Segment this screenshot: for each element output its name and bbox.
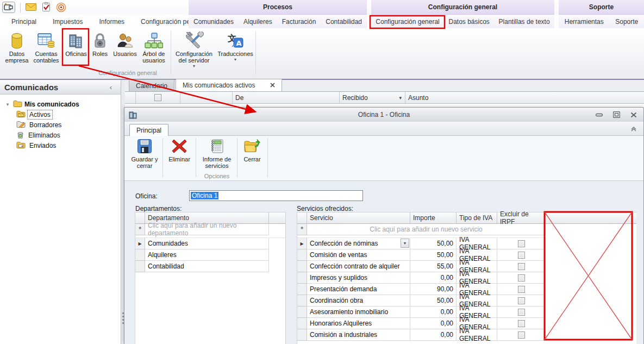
servicio-cell[interactable]: Asesoramiento inmobiliario [307, 307, 410, 318]
column-header-recibido[interactable]: Recibido▾ [340, 92, 405, 103]
excluir-irpf-checkbox[interactable] [518, 286, 525, 293]
excluir-irpf-cell[interactable] [497, 238, 546, 249]
mail-icon[interactable] [26, 3, 36, 12]
servicio-row[interactable]: ▶ Confección de nóminas 50,00 IVA GENERA… [297, 238, 546, 249]
arbol-de-usuarios-button[interactable]: Árbol de usuarios [140, 30, 167, 64]
cuentas-contables-button[interactable]: Cuentas contables [32, 30, 61, 64]
sidebar-item-activos[interactable]: Activos [16, 109, 121, 120]
excluir-irpf-checkbox[interactable] [518, 274, 525, 282]
excluir-irpf-checkbox[interactable] [518, 263, 525, 270]
importe-cell[interactable]: 0,00 [410, 272, 457, 284]
servicio-cell[interactable]: Comisión de ventas [307, 249, 410, 261]
collapse-panel-icon[interactable]: ‹ [110, 83, 116, 91]
roles-button[interactable]: Roles [90, 30, 110, 57]
ribbon-tab-principal[interactable]: Principal [3, 18, 45, 26]
departamentos-new-row[interactable]: * Clic aquí para añadir un nuevo departa… [135, 224, 285, 235]
excluir-irpf-cell[interactable] [497, 284, 546, 295]
excluir-irpf-checkbox[interactable] [518, 297, 525, 304]
column-header-servicio[interactable]: Servicio [307, 212, 410, 224]
ribbon-tab-informes[interactable]: Informes [91, 18, 133, 26]
servicio-cell[interactable]: Coordinación obra [307, 295, 410, 307]
collapse-ribbon-icon[interactable] [630, 126, 637, 133]
close-button[interactable] [629, 111, 638, 118]
importe-cell[interactable]: 0,00 [410, 318, 457, 329]
importe-cell[interactable]: 55,00 [410, 261, 457, 272]
configuracion-del-servidor-button[interactable]: Configuración del servidor ▾ [174, 30, 214, 68]
servicio-row[interactable]: Comisión de ventas 50,00 IVA GENERAL [297, 249, 546, 261]
departamento-cell[interactable]: Alquileres [145, 249, 269, 261]
broadcast-icon[interactable] [56, 2, 66, 14]
oficina-input[interactable]: Oficina 1 [189, 190, 363, 201]
select-all-column-header[interactable] [136, 92, 180, 103]
ribbon-tab-datos-basicos[interactable]: Datos básicos [445, 18, 492, 26]
servicio-row[interactable]: Confección contrato de alquiler 55,00 IV… [297, 261, 546, 272]
app-menu-icon[interactable] [2, 2, 15, 14]
sidebar-item-borradores[interactable]: Borradores [16, 120, 121, 130]
servicio-row[interactable]: Impresos y suplidos 0,00 IVA GENERAL [297, 272, 546, 284]
dialog-title-bar[interactable]: Oficina 1 - Oficina [124, 108, 643, 122]
ribbon-tab-herramientas[interactable]: Herramientas [561, 18, 607, 26]
departamento-row[interactable]: Contabilidad [135, 261, 269, 272]
importe-cell[interactable]: 90,00 [410, 284, 457, 295]
excluir-irpf-checkbox[interactable] [518, 309, 525, 316]
servicio-cell[interactable]: Impresos y suplidos [307, 272, 410, 284]
excluir-irpf-checkbox[interactable] [518, 240, 525, 247]
servicio-row[interactable]: Coordinación obra 50,00 IVA GENERAL [297, 295, 546, 307]
ribbon-tab-plantillas-de-texto[interactable]: Plantillas de texto [496, 18, 553, 26]
servicio-row[interactable]: Comisión a industriales 0,00 IVA GENERAL [297, 329, 546, 341]
tipo-iva-cell[interactable]: IVA GENERAL [457, 329, 497, 341]
excluir-irpf-cell[interactable] [497, 249, 546, 261]
tree-root-mis-comunicados[interactable]: ▾ Mis comunicados [4, 99, 121, 109]
excluir-irpf-checkbox[interactable] [518, 252, 525, 259]
minimize-button[interactable] [595, 111, 603, 118]
importe-cell[interactable]: 50,00 [410, 238, 457, 249]
tree-expander-icon[interactable]: ▾ [4, 102, 11, 107]
maximize-button[interactable] [612, 111, 621, 118]
ribbon-tab-soporte[interactable]: Soporte [612, 18, 641, 26]
ribbon-tab-facturacion[interactable]: Facturación [279, 18, 320, 26]
informe-de-servicios-button[interactable]: Informe de servicios [198, 137, 236, 169]
oficinas-button[interactable]: Oficinas [64, 30, 88, 57]
tab-calendario[interactable]: Calendario [129, 79, 174, 91]
select-all-checkbox[interactable] [154, 94, 161, 101]
servicio-row[interactable]: Honorarios Alquileres 0,00 IVA GENERAL [297, 318, 546, 329]
sort-dropdown-icon[interactable]: ▾ [399, 95, 402, 101]
tab-mis-comunicados-activos[interactable]: Mis comunicados activos [176, 79, 282, 91]
excluir-irpf-checkbox[interactable] [518, 332, 525, 339]
sidebar-item-eliminados[interactable]: Eliminados [16, 130, 121, 140]
importe-cell[interactable]: 50,00 [410, 249, 457, 261]
traducciones-button[interactable]: 文A Traducciones ▾ [217, 30, 253, 62]
ribbon-tab-impuestos[interactable]: Impuestos [45, 18, 91, 26]
servicio-cell[interactable]: Presentación demanda [307, 284, 410, 295]
servicios-new-row[interactable]: * Clic aquí para añadir un nuevo servici… [297, 224, 636, 235]
excluir-irpf-cell[interactable] [497, 329, 546, 341]
datos-empresa-button[interactable]: Datos empresa [3, 30, 30, 64]
excluir-irpf-cell[interactable] [497, 307, 546, 318]
sidebar-item-enviados[interactable]: Enviados [16, 140, 121, 151]
excluir-irpf-cell[interactable] [497, 295, 546, 307]
cerrar-button[interactable]: Cerrar [239, 137, 265, 162]
excluir-irpf-checkbox[interactable] [518, 320, 525, 327]
column-header-importe[interactable]: Importe [410, 212, 457, 224]
ribbon-tab-contabilidad[interactable]: Contabilidad [322, 18, 365, 26]
tab-principal[interactable]: Principal [129, 124, 168, 136]
departamento-cell[interactable]: Comunidades [145, 238, 269, 249]
departamento-row[interactable]: ▶ Comunidades [135, 238, 269, 249]
servicio-row[interactable]: Asesoramiento inmobiliario 0,00 IVA GENE… [297, 307, 546, 318]
column-header-tipo-iva[interactable]: Tipo de IVA [457, 212, 497, 224]
excluir-irpf-cell[interactable] [497, 318, 546, 329]
excluir-irpf-cell[interactable] [497, 272, 546, 284]
ribbon-tab-alquileres[interactable]: Alquileres [240, 18, 276, 26]
ribbon-tab-configuracion-general[interactable]: Configuración general [372, 18, 442, 26]
importe-cell[interactable]: 0,00 [410, 329, 457, 341]
eliminar-button[interactable]: Eliminar [165, 137, 194, 162]
excluir-irpf-cell[interactable] [497, 261, 546, 272]
close-tab-icon[interactable] [270, 82, 275, 89]
column-header-de[interactable]: De [233, 92, 340, 103]
servicio-cell[interactable]: Confección de nóminas [307, 238, 410, 249]
importe-cell[interactable]: 0,00 [410, 307, 457, 318]
servicio-cell[interactable]: Honorarios Alquileres [307, 318, 410, 329]
column-header-excluir-irpf[interactable]: Excluir de IRPF [497, 212, 546, 224]
icon-column-header[interactable] [180, 92, 233, 103]
column-header-asunto[interactable]: Asunto [405, 92, 644, 103]
